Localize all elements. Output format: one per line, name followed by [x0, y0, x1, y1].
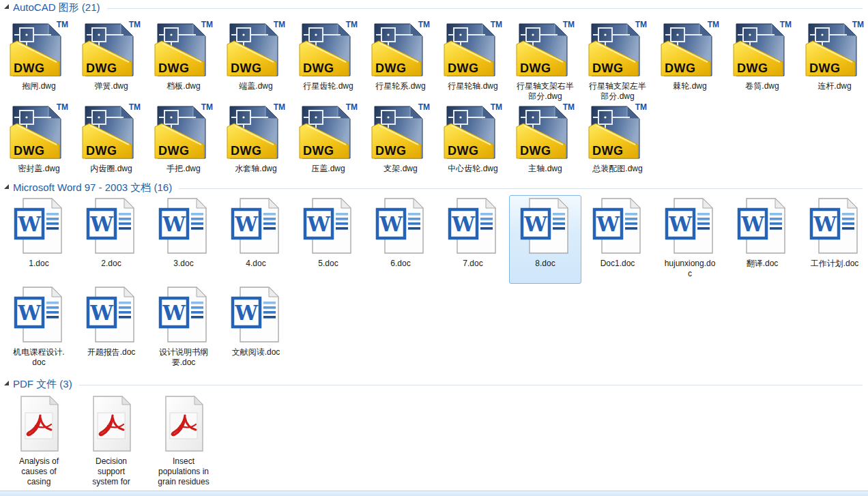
- file-item[interactable]: W 6.doc: [364, 195, 437, 284]
- word-letter-text: W: [17, 301, 42, 325]
- file-name-label: 档板.dwg: [167, 81, 200, 91]
- file-name-label: 卷筒.dwg: [745, 81, 779, 91]
- file-name-label: 手把.dwg: [167, 164, 200, 174]
- file-group: Microsoft Word 97 - 2003 文档 (16) W 1.doc…: [0, 180, 868, 373]
- file-icon-slot: W: [158, 197, 209, 257]
- dwg-label-text: DWG: [158, 144, 190, 158]
- file-item[interactable]: W 翻译.doc: [726, 195, 798, 284]
- file-icon-slot: TM DWG: [443, 100, 503, 162]
- word-file-icon: W: [448, 197, 498, 254]
- dwg-file-icon: TM DWG: [515, 17, 575, 77]
- file-item[interactable]: TM DWG 行星轮系.dwg: [364, 15, 437, 98]
- file-item[interactable]: TM DWG 抱闸.dwg: [3, 15, 75, 98]
- dwg-tm-text: TM: [708, 20, 719, 29]
- file-item[interactable]: Analysis of causes of casing: [3, 392, 75, 496]
- file-item[interactable]: W 工作计划.doc: [798, 195, 868, 284]
- file-item[interactable]: W hujunxiong.do c: [654, 195, 726, 284]
- file-item[interactable]: TM DWG 行星轴支架左半 部分.dwg: [581, 15, 654, 98]
- pdf-file-icon: [17, 395, 61, 452]
- file-item[interactable]: TM DWG 行星齿轮.dwg: [292, 15, 364, 98]
- file-name-label: Insect populations in grain residues: [158, 456, 209, 487]
- file-item[interactable]: Insect populations in grain residues: [147, 392, 220, 496]
- word-letter-text: W: [596, 212, 620, 236]
- word-letter-text: W: [379, 212, 403, 236]
- file-item[interactable]: W 8.doc: [509, 195, 581, 284]
- dwg-label-text: DWG: [375, 61, 407, 75]
- file-name-label: 密封盖.dwg: [18, 164, 59, 174]
- file-icon-slot: TM DWG: [443, 17, 503, 80]
- file-item[interactable]: W 设计说明书纲 要.doc: [147, 284, 220, 373]
- file-item[interactable]: W 5.doc: [292, 195, 364, 284]
- file-item[interactable]: TM DWG 内齿圈.dwg: [75, 98, 147, 180]
- group-header-label[interactable]: PDF 文件 (3): [13, 378, 72, 391]
- dwg-tm-text: TM: [201, 102, 213, 112]
- file-grid: W 1.doc W 2.doc W 3.doc W 4.doc: [0, 195, 868, 373]
- collapse-triangle-icon[interactable]: [4, 4, 9, 9]
- file-item[interactable]: W Doc1.doc: [581, 195, 654, 284]
- file-item[interactable]: TM DWG 棘轮.dwg: [654, 15, 726, 98]
- word-file-icon: W: [14, 286, 64, 343]
- pdf-file-icon: [89, 395, 133, 452]
- file-item[interactable]: W 开题报告.doc: [75, 284, 147, 373]
- file-icon-slot: W: [809, 197, 860, 257]
- file-name-label: Analysis of causes of casing: [19, 456, 59, 487]
- dwg-label-text: DWG: [14, 144, 45, 158]
- file-item[interactable]: TM DWG 主轴.dwg: [509, 98, 581, 180]
- dwg-file-icon: TM DWG: [298, 17, 358, 77]
- word-file-icon: W: [737, 197, 787, 254]
- dwg-label-text: DWG: [809, 61, 841, 75]
- file-item[interactable]: TM DWG 密封盖.dwg: [3, 98, 75, 180]
- file-item[interactable]: TM DWG 弹簧.dwg: [75, 15, 147, 98]
- file-icon-slot: TM DWG: [515, 100, 575, 162]
- file-item[interactable]: TM DWG 行星轴支架右半 部分.dwg: [509, 15, 581, 98]
- dwg-tm-text: TM: [129, 20, 141, 29]
- file-icon-slot: TM DWG: [732, 17, 792, 80]
- file-item[interactable]: TM DWG 端盖.dwg: [220, 15, 292, 98]
- file-name-label: 中心齿轮.dwg: [448, 164, 497, 174]
- collapse-triangle-icon[interactable]: [4, 184, 9, 189]
- file-item[interactable]: W 4.doc: [220, 195, 292, 284]
- dwg-tm-text: TM: [274, 20, 285, 29]
- file-name-label: 水套轴.dwg: [235, 164, 276, 174]
- file-item[interactable]: W 1.doc: [3, 195, 75, 284]
- file-icon-slot: [162, 395, 205, 455]
- word-file-icon: W: [158, 286, 209, 343]
- word-file-icon: W: [665, 197, 715, 254]
- file-icon-slot: W: [665, 197, 715, 257]
- file-icon-slot: TM DWG: [226, 100, 286, 162]
- file-item[interactable]: TM DWG 连杆.dwg: [798, 15, 868, 98]
- dwg-label-text: DWG: [158, 61, 190, 75]
- file-item[interactable]: TM DWG 卷筒.dwg: [726, 15, 798, 98]
- file-item[interactable]: W 7.doc: [437, 195, 509, 284]
- group-header-label[interactable]: AutoCAD 图形 (21): [13, 1, 100, 14]
- dwg-label-text: DWG: [303, 144, 334, 158]
- file-item[interactable]: Decision support system for: [75, 392, 147, 496]
- file-item[interactable]: TM DWG 总装配图.dwg: [581, 98, 654, 180]
- group-header-label[interactable]: Microsoft Word 97 - 2003 文档 (16): [13, 181, 172, 194]
- file-icon-slot: TM DWG: [805, 17, 865, 80]
- file-name-label: 总装配图.dwg: [592, 164, 642, 174]
- file-icon-slot: W: [86, 286, 136, 346]
- file-icon-slot: W: [448, 197, 498, 257]
- file-item[interactable]: TM DWG 中心齿轮.dwg: [437, 98, 509, 180]
- file-item[interactable]: TM DWG 手把.dwg: [147, 98, 220, 180]
- file-item[interactable]: W 机电课程设计. doc: [3, 284, 75, 373]
- dwg-label-text: DWG: [520, 144, 551, 158]
- file-item[interactable]: TM DWG 行星轮轴.dwg: [437, 15, 509, 98]
- dwg-tm-text: TM: [491, 102, 502, 112]
- collapse-triangle-icon[interactable]: [4, 381, 9, 385]
- file-icon-slot: W: [592, 197, 643, 257]
- file-item[interactable]: W 3.doc: [147, 195, 220, 284]
- file-item[interactable]: TM DWG 档板.dwg: [147, 15, 220, 98]
- file-icon-slot: TM DWG: [515, 17, 575, 80]
- file-icon-slot: W: [737, 197, 787, 257]
- file-item[interactable]: W 文献阅读.doc: [220, 284, 292, 373]
- file-icon-slot: W: [86, 197, 136, 257]
- dwg-file-icon: TM DWG: [226, 17, 286, 77]
- file-item[interactable]: TM DWG 支架.dwg: [364, 98, 437, 180]
- file-item[interactable]: TM DWG 水套轴.dwg: [220, 98, 292, 180]
- word-letter-text: W: [234, 212, 259, 236]
- file-item[interactable]: TM DWG 压盖.dwg: [292, 98, 364, 180]
- file-item[interactable]: W 2.doc: [75, 195, 147, 284]
- file-name-label: 棘轮.dwg: [673, 81, 706, 91]
